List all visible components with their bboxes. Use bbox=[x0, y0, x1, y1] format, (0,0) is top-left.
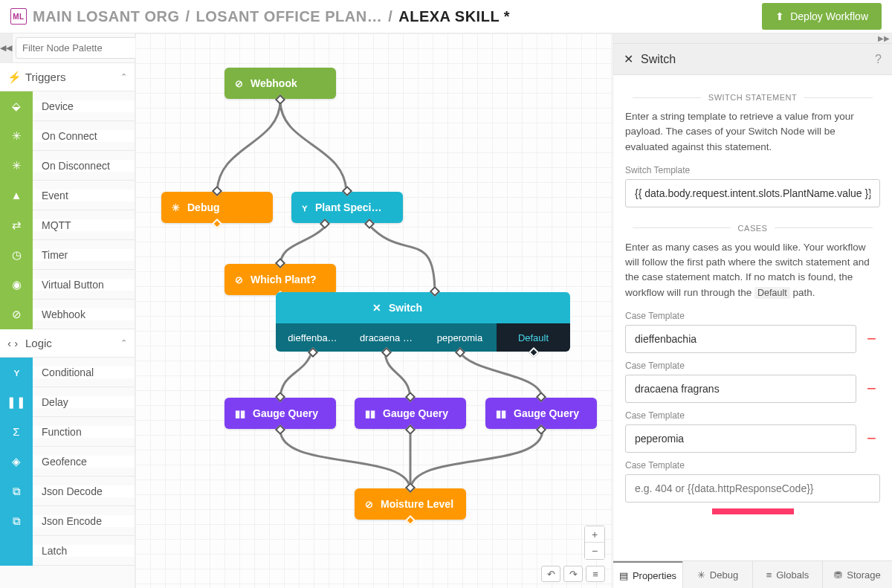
bar-chart-icon: ▮▮ bbox=[365, 408, 375, 419]
palette-node-event[interactable]: ▲Event bbox=[0, 181, 135, 210]
undo-button[interactable]: ↶ bbox=[541, 566, 560, 582]
breadcrumb: ML MAIN LOSANT ORG / LOSANT OFFICE PLAN…… bbox=[10, 8, 510, 25]
bar-chart-icon: ▮▮ bbox=[235, 408, 245, 419]
workflow-node-webhook[interactable]: ⊘ Webhook bbox=[224, 68, 336, 99]
workflow-node-switch[interactable]: ✕ Switch dieffenba…dracaena …peperomiaDe… bbox=[276, 292, 570, 352]
panel-tabs: ▤Properties✳Debug≡Globals⛃Storage bbox=[613, 560, 892, 588]
workflow-node-gauge-2[interactable]: ▮▮ Gauge Query bbox=[355, 398, 466, 429]
section-switch-statement: SWITCH STATEMENT bbox=[625, 93, 880, 102]
palette-node-webhook[interactable]: ⊘Webhook bbox=[0, 300, 135, 329]
node-label: Moisture Level bbox=[381, 498, 453, 510]
workflow-node-moisture[interactable]: ⊘ Moisture Level bbox=[355, 488, 466, 520]
switch-template-input[interactable] bbox=[625, 179, 880, 207]
case-input-1[interactable] bbox=[625, 375, 856, 403]
case-input-0[interactable] bbox=[625, 325, 856, 353]
palette-node-function[interactable]: ΣFunction bbox=[0, 417, 135, 447]
node-icon: ✳ bbox=[0, 151, 33, 181]
palette-node-mqtt[interactable]: ⇄MQTT bbox=[0, 210, 135, 240]
node-label: On Connect bbox=[33, 130, 135, 142]
node-label: On Disconnect bbox=[33, 160, 135, 172]
app-header: ML MAIN LOSANT ORG / LOSANT OFFICE PLAN…… bbox=[0, 0, 892, 33]
collapse-palette-button[interactable]: ◀◀ bbox=[0, 33, 13, 63]
panel-collapse-bar[interactable]: ▶▶ bbox=[613, 33, 892, 44]
palette-node-geofence[interactable]: ◈Geofence bbox=[0, 447, 135, 476]
node-label: Latch bbox=[33, 545, 135, 557]
node-icon: ▲ bbox=[0, 181, 33, 210]
zoom-in-button[interactable]: + bbox=[585, 526, 604, 543]
tab-icon: ✳ bbox=[697, 569, 705, 581]
desc-switch: Enter a string template to retrieve a va… bbox=[625, 109, 880, 155]
case-input-2[interactable] bbox=[625, 424, 856, 453]
deploy-button-label: Deploy Workflow bbox=[790, 10, 868, 22]
switch-case-0[interactable]: dieffenba… bbox=[276, 323, 349, 352]
case-template-label: Case Template bbox=[625, 311, 880, 321]
redo-button[interactable]: ↷ bbox=[563, 566, 583, 582]
palette-node-json-decode[interactable]: ⧉Json Decode bbox=[0, 476, 135, 506]
palette-node-delay[interactable]: ❚❚Delay bbox=[0, 387, 135, 417]
palette-node-latch[interactable]: Latch bbox=[0, 536, 135, 566]
palette-group-logic[interactable]: ‹ ›Logic⌃ bbox=[0, 329, 135, 358]
workflow-node-whichplant[interactable]: ⊘ Which Plant? bbox=[224, 264, 336, 295]
section-cases: CASES bbox=[625, 224, 880, 233]
properties-panel: ▶▶ ✕ Switch ? SWITCH STATEMENT Enter a s… bbox=[613, 33, 892, 588]
node-label: Which Plant? bbox=[251, 274, 317, 285]
palette-filter-input[interactable] bbox=[16, 37, 154, 59]
tab-debug[interactable]: ✳Debug bbox=[682, 561, 752, 588]
node-label: Gauge Query bbox=[383, 407, 448, 419]
branch-icon: ʏ bbox=[302, 202, 308, 213]
switch-case-3[interactable]: Default bbox=[497, 323, 570, 352]
canvas-menu-button[interactable]: ≡ bbox=[586, 566, 605, 582]
node-icon: Σ bbox=[0, 417, 33, 447]
palette-node-device[interactable]: ⬙Device bbox=[0, 91, 135, 121]
desc-cases: Enter as many cases as you would like. Y… bbox=[625, 240, 880, 300]
crumb-org[interactable]: MAIN LOSANT ORG bbox=[33, 8, 180, 25]
zoom-out-button[interactable]: − bbox=[585, 543, 604, 559]
node-icon: ✳ bbox=[0, 121, 33, 151]
crumb-current: ALEXA SKILL * bbox=[398, 8, 510, 25]
node-label: Webhook bbox=[33, 308, 135, 320]
switch-case-1[interactable]: dracaena … bbox=[349, 323, 423, 352]
node-icon: ◷ bbox=[0, 240, 33, 270]
node-icon bbox=[0, 536, 33, 566]
node-label: Geofence bbox=[33, 456, 135, 468]
new-case-input[interactable] bbox=[625, 474, 880, 503]
node-label: Plant Speci… bbox=[315, 201, 381, 213]
workflow-canvas[interactable]: ⊘ Webhook ✳ Debug ʏ Plant Speci… ⊘ Which… bbox=[135, 33, 613, 588]
workflow-node-plantspec[interactable]: ʏ Plant Speci… bbox=[291, 192, 403, 223]
help-icon[interactable]: ? bbox=[875, 53, 882, 66]
palette-node-json-encode[interactable]: ⧉Json Encode bbox=[0, 506, 135, 536]
node-label: Webhook bbox=[251, 77, 297, 89]
tab-icon: ≡ bbox=[766, 569, 772, 581]
node-icon: ⊘ bbox=[0, 300, 33, 329]
delete-case-button[interactable]: − bbox=[862, 430, 880, 448]
delete-case-button[interactable]: − bbox=[862, 380, 880, 398]
crumb-app[interactable]: LOSANT OFFICE PLAN… bbox=[196, 8, 383, 25]
palette-node-on-connect[interactable]: ✳On Connect bbox=[0, 121, 135, 151]
tab-storage[interactable]: ⛃Storage bbox=[822, 561, 892, 588]
workflow-node-debug[interactable]: ✳ Debug bbox=[161, 192, 273, 223]
workflow-node-gauge-1[interactable]: ▮▮ Gauge Query bbox=[224, 398, 336, 429]
tab-properties[interactable]: ▤Properties bbox=[613, 561, 682, 588]
switch-case-2[interactable]: peperomia bbox=[423, 323, 497, 352]
palette-node-conditional[interactable]: ʏConditional bbox=[0, 358, 135, 387]
node-label: Json Encode bbox=[33, 515, 135, 527]
workflow-node-gauge-3[interactable]: ▮▮ Gauge Query bbox=[485, 398, 597, 429]
palette-node-on-disconnect[interactable]: ✳On Disconnect bbox=[0, 151, 135, 181]
node-icon: ⬙ bbox=[0, 91, 33, 121]
delete-case-button[interactable]: − bbox=[862, 330, 880, 348]
palette-group-triggers[interactable]: ⚡Triggers⌃ bbox=[0, 63, 135, 91]
palette-node-timer[interactable]: ◷Timer bbox=[0, 240, 135, 270]
logo[interactable]: ML bbox=[10, 8, 27, 25]
tab-icon: ▤ bbox=[619, 570, 628, 581]
node-label: MQTT bbox=[33, 219, 135, 231]
gear-icon: ✳ bbox=[172, 202, 180, 213]
delete-bar[interactable] bbox=[712, 508, 794, 514]
case-template-label: Case Template bbox=[625, 410, 880, 421]
palette-node-virtual-button[interactable]: ◉Virtual Button bbox=[0, 270, 135, 300]
node-label: Debug bbox=[187, 201, 220, 213]
upload-icon: ⬆ bbox=[775, 10, 784, 22]
deploy-button[interactable]: ⬆ Deploy Workflow bbox=[762, 3, 882, 30]
node-icon: ◈ bbox=[0, 447, 33, 476]
tab-globals[interactable]: ≡Globals bbox=[752, 561, 822, 588]
panel-title: Switch bbox=[641, 53, 676, 66]
